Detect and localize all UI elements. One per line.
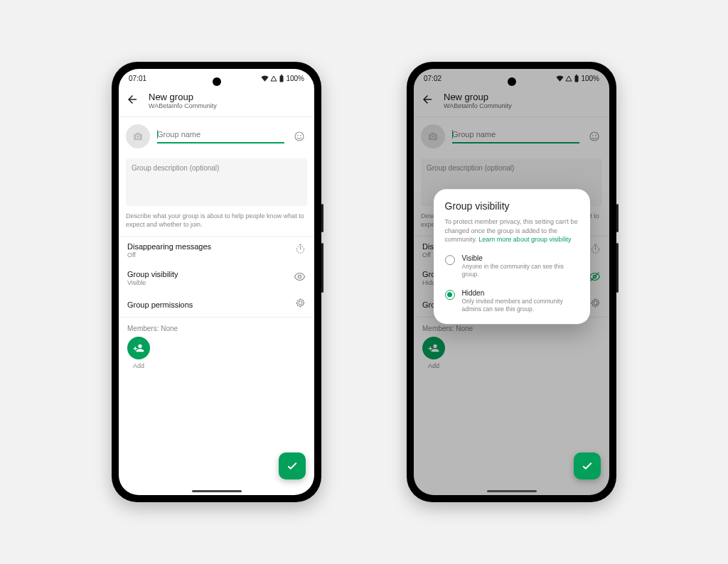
svg-point-3 — [297, 135, 299, 136]
setting-value: Visible — [127, 279, 178, 286]
text-cursor — [157, 130, 158, 139]
svg-rect-7 — [575, 75, 579, 82]
group-photo-button[interactable] — [421, 124, 445, 148]
add-member-container: Add — [414, 337, 609, 369]
svg-point-9 — [590, 132, 599, 141]
svg-rect-8 — [576, 75, 577, 76]
group-description-input[interactable]: Group description (optional) — [126, 158, 307, 206]
setting-disappearing-messages[interactable]: Disappearing messages Off — [119, 237, 314, 264]
learn-more-link[interactable]: Learn more about group visibility — [478, 236, 571, 243]
option-hidden[interactable]: Hidden Only invited members and communit… — [445, 289, 579, 314]
emoji-icon — [589, 131, 600, 142]
wifi-icon — [261, 75, 269, 82]
camera-icon — [133, 131, 143, 141]
setting-group-visibility[interactable]: Group visibility Visible — [119, 264, 314, 292]
gear-icon — [295, 298, 306, 311]
back-button[interactable] — [126, 93, 139, 109]
add-member-button[interactable] — [422, 337, 445, 359]
add-member-container: Add — [119, 337, 314, 369]
svg-point-6 — [298, 276, 301, 278]
emoji-button[interactable] — [587, 129, 602, 144]
group-name-input[interactable]: Group name — [452, 130, 579, 143]
group-photo-button[interactable] — [126, 124, 150, 148]
check-icon — [286, 460, 299, 472]
confirm-fab[interactable] — [574, 452, 601, 479]
text-cursor — [452, 130, 453, 139]
camera-icon — [428, 131, 438, 141]
option-title: Visible — [462, 254, 579, 262]
group-name-row: Group name — [119, 117, 314, 154]
svg-point-10 — [592, 135, 594, 136]
svg-rect-1 — [281, 75, 282, 76]
status-battery-text: 100% — [581, 75, 599, 82]
screen: 07:01 100% New group WABetaInfo Communit… — [119, 69, 314, 495]
setting-group-permissions[interactable]: Group permissions — [119, 292, 314, 317]
eye-off-icon — [589, 271, 601, 286]
add-person-icon — [428, 342, 439, 354]
android-nav-pill — [192, 490, 242, 492]
members-label: Members: None — [119, 318, 314, 337]
option-visible[interactable]: Visible Anyone in the community can see … — [445, 254, 579, 279]
page-subtitle: WABetaInfo Community — [149, 102, 217, 109]
status-indicators: 100% — [261, 75, 304, 82]
battery-icon — [574, 75, 579, 82]
page-title: New group — [149, 92, 217, 102]
phone-side-button — [616, 243, 619, 293]
group-name-placeholder: Group name — [452, 130, 496, 139]
option-title: Hidden — [462, 289, 579, 297]
setting-title: Group permissions — [127, 300, 193, 309]
group-description-placeholder: Group description (optional) — [132, 164, 219, 172]
header: New group WABetaInfo Community — [119, 87, 314, 116]
group-name-placeholder: Group name — [157, 130, 200, 139]
add-member-button[interactable] — [127, 337, 150, 359]
phone-camera-cutout — [213, 77, 221, 86]
radio-checked-icon — [445, 290, 455, 300]
battery-icon — [279, 75, 284, 82]
phone-left: 07:01 100% New group WABetaInfo Communit… — [112, 62, 321, 502]
phone-right: 07:02 100% New group WABetaInfo Communit… — [407, 62, 616, 502]
group-description-help: Describe what your group is about to hel… — [119, 206, 314, 236]
svg-point-4 — [300, 135, 301, 136]
setting-value: Off — [127, 251, 211, 259]
back-arrow-icon — [421, 93, 434, 106]
page-title: New group — [444, 92, 512, 102]
status-time: 07:02 — [424, 75, 441, 82]
gear-icon — [590, 298, 601, 311]
group-name-input[interactable]: Group name — [157, 130, 284, 143]
signal-icon — [565, 75, 572, 82]
group-description-placeholder: Group description (optional) — [427, 164, 514, 172]
add-member-label: Add — [428, 362, 439, 369]
signal-icon — [270, 75, 277, 82]
emoji-icon — [294, 131, 305, 142]
add-person-icon — [133, 342, 144, 354]
setting-title: Disappearing messages — [127, 242, 211, 251]
phone-side-button — [616, 204, 619, 232]
group-name-row: Group name — [414, 117, 609, 154]
timer-icon — [590, 244, 601, 257]
header-titles: New group WABetaInfo Community — [444, 92, 512, 109]
status-battery-text: 100% — [286, 75, 304, 82]
status-time: 07:01 — [129, 75, 146, 82]
svg-point-11 — [595, 135, 596, 136]
confirm-fab[interactable] — [279, 452, 306, 479]
phone-side-button — [321, 204, 323, 232]
android-nav-pill — [487, 490, 537, 492]
radio-unchecked-icon — [445, 255, 455, 265]
header: New group WABetaInfo Community — [414, 87, 609, 116]
option-description: Anyone in the community can see this gro… — [462, 263, 579, 279]
back-button[interactable] — [421, 93, 434, 109]
dialog-description: To protect member privacy, this setting … — [445, 217, 579, 244]
status-indicators: 100% — [556, 75, 599, 82]
setting-title: Group visibility — [127, 270, 178, 278]
add-member-label: Add — [133, 362, 144, 369]
page-subtitle: WABetaInfo Community — [444, 102, 512, 109]
eye-icon — [294, 271, 306, 286]
back-arrow-icon — [126, 93, 139, 106]
emoji-button[interactable] — [291, 129, 307, 144]
option-description: Only invited members and community admin… — [462, 298, 579, 314]
screen: 07:02 100% New group WABetaInfo Communit… — [414, 69, 609, 495]
dialog-title: Group visibility — [445, 200, 579, 212]
phone-side-button — [321, 243, 323, 293]
svg-rect-0 — [280, 75, 284, 82]
timer-icon — [295, 244, 306, 257]
